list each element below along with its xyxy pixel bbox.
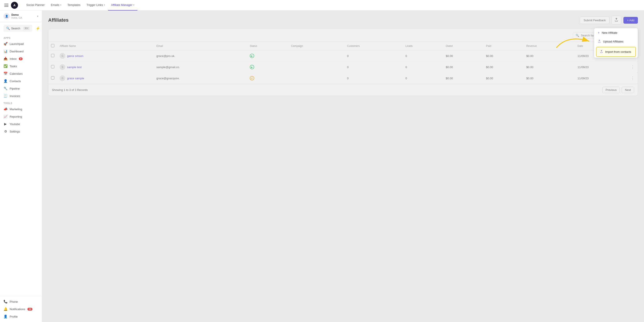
- sidebar-item-label: Phone: [10, 300, 18, 304]
- affiliate-paid: $0.00: [484, 62, 524, 73]
- nav-templates[interactable]: Templates: [64, 0, 84, 10]
- col-email: Email: [154, 42, 247, 50]
- affiliate-date: 11/09/23: [575, 62, 628, 73]
- affiliate-name[interactable]: Ggarce smson: [60, 53, 151, 59]
- header-actions: Submit Feedback + Add: [580, 16, 638, 24]
- affiliate-email: grace@pro.uk.: [154, 50, 247, 62]
- lightning-icon[interactable]: ⚡: [36, 26, 40, 30]
- phone-icon: 📞: [4, 300, 8, 304]
- contacts-icon: 👤: [4, 79, 8, 83]
- tasks-icon: ✅: [4, 64, 8, 68]
- next-button[interactable]: Next: [622, 87, 634, 93]
- sidebar-user[interactable]: 👤 Demo Irvine, CA ▾: [0, 10, 42, 22]
- notifications-badge: 10: [28, 308, 32, 310]
- row-checkbox[interactable]: [51, 54, 54, 57]
- sidebar-item-inbox[interactable]: 📥 Inbox 0: [0, 55, 42, 62]
- affiliate-name[interactable]: Ssample test: [60, 64, 151, 70]
- export-button[interactable]: [612, 16, 621, 24]
- top-navigation: A Social Planner Emails ▾ Templates Trig…: [0, 0, 644, 10]
- search-icon: 🔍: [576, 34, 579, 37]
- affiliate-email: grace@goacquire.: [154, 73, 247, 84]
- avatar: S: [60, 64, 65, 70]
- inbox-badge: 0: [19, 58, 23, 60]
- dropdown-item-new-affiliate[interactable]: + New Affiliate: [594, 28, 638, 37]
- sidebar-item-pipeline[interactable]: 🔧 Pipeline: [0, 85, 42, 92]
- sidebar-item-label: Contacts: [10, 80, 21, 83]
- sidebar-item-profile[interactable]: 👤 Profile: [0, 313, 42, 320]
- affiliate-customers: 0: [344, 73, 403, 84]
- chevron-down-icon: ▾: [104, 4, 105, 6]
- sidebar-item-label: Calendars: [10, 72, 22, 75]
- sidebar-item-contacts[interactable]: 👤 Contacts: [0, 77, 42, 85]
- sidebar-item-invoices[interactable]: 🧾 Invoices: [0, 92, 42, 100]
- row-checkbox[interactable]: [51, 76, 54, 80]
- add-button[interactable]: + Add: [624, 17, 638, 24]
- sidebar-item-label: Invoices: [10, 94, 20, 98]
- col-customers: Customers: [344, 42, 403, 50]
- sidebar-search-label: Search: [11, 27, 22, 30]
- col-affiliate-name: Affiliate Name: [57, 42, 154, 50]
- submit-feedback-button[interactable]: Submit Feedback: [580, 17, 610, 24]
- nav-affiliate-manager[interactable]: Affiliate Manager ▾: [108, 0, 138, 10]
- sidebar-item-tasks[interactable]: ✅ Tasks: [0, 62, 42, 70]
- sidebar-item-label: Marketing: [10, 108, 22, 111]
- sidebar-item-phone[interactable]: 📞 Phone: [0, 298, 42, 305]
- affiliate-owed: $0.00: [443, 73, 484, 84]
- affiliate-owed: $0.00: [443, 50, 484, 62]
- previous-button[interactable]: Previous: [602, 87, 620, 93]
- sidebar-item-label: Tasks: [10, 64, 17, 68]
- affiliate-owed: $0.00: [443, 62, 484, 73]
- records-count: Showing 1 to 3 of 3 Records: [52, 88, 88, 92]
- affiliate-leads: 0: [403, 50, 443, 62]
- row-checkbox[interactable]: [51, 65, 54, 68]
- sidebar-item-youtube[interactable]: ▶ Youtube: [0, 120, 42, 128]
- table-footer: Showing 1 to 3 of 3 Records Previous Nex…: [48, 84, 638, 96]
- page-header: Affiliates Submit Feedback + Add: [48, 16, 638, 24]
- affiliate-campaign: [288, 73, 344, 84]
- table-search-row: 🔍: [48, 29, 638, 42]
- affiliate-name[interactable]: Ggrace sample: [60, 75, 151, 81]
- col-revenue: Revenue: [524, 42, 575, 50]
- nav-items: Social Planner Emails ▾ Templates Trigge…: [23, 0, 138, 10]
- search-shortcut: ⌘K: [24, 27, 30, 30]
- nav-emails[interactable]: Emails ▾: [48, 0, 64, 10]
- hamburger-menu[interactable]: [4, 3, 9, 8]
- table-row: Ssample testsample@gmail.co.▶00$0.00$0.0…: [48, 62, 638, 73]
- col-status: Status: [247, 42, 288, 50]
- sidebar-item-notifications[interactable]: 🔔 Notifications 10: [0, 305, 42, 313]
- nav-social-planner[interactable]: Social Planner: [23, 0, 48, 10]
- pipeline-icon: 🔧: [4, 86, 8, 90]
- export-icon: [614, 18, 618, 22]
- sidebar-item-launchpad[interactable]: 🚀 Launchpad: [0, 40, 42, 48]
- notifications-icon: 🔔: [4, 307, 8, 311]
- select-all-checkbox[interactable]: [51, 44, 54, 47]
- col-paid: Paid: [484, 42, 524, 50]
- nav-trigger-links[interactable]: Trigger Links ▾: [84, 0, 108, 10]
- youtube-icon: ▶: [4, 122, 8, 126]
- launchpad-icon: 🚀: [4, 42, 8, 46]
- sidebar-search[interactable]: 🔍 Search ⌘K: [4, 25, 32, 32]
- sidebar-item-marketing[interactable]: 📣 Marketing: [0, 105, 42, 113]
- affiliate-campaign: [288, 62, 344, 73]
- status-active-icon: ▶: [250, 54, 254, 58]
- sidebar-item-calendars[interactable]: 📅 Calendars: [0, 70, 42, 77]
- reporting-icon: 📈: [4, 114, 8, 118]
- row-actions-button[interactable]: ⋮: [631, 65, 635, 69]
- profile-icon: 👤: [4, 314, 8, 318]
- search-icon: 🔍: [6, 26, 10, 30]
- sidebar-item-label: Profile: [10, 315, 18, 318]
- affiliate-leads: 0: [403, 62, 443, 73]
- sidebar-item-reporting[interactable]: 📈 Reporting: [0, 113, 42, 120]
- affiliates-table-card: 🔍 Affiliate Name Email Status Campaign C…: [48, 29, 638, 96]
- chevron-down-icon: ▾: [133, 4, 134, 6]
- sidebar-item-dashboard[interactable]: 📊 Dashboard: [0, 48, 42, 55]
- logo-area: A: [4, 2, 18, 9]
- sidebar-item-settings[interactable]: ⚙ Settings: [0, 128, 42, 135]
- apps-section-label: Apps: [0, 34, 42, 40]
- dropdown-item-upload-affiliates[interactable]: Upload Affiliates: [594, 37, 638, 46]
- row-actions-button[interactable]: ⋮: [631, 76, 635, 80]
- sidebar: 👤 Demo Irvine, CA ▾ 🔍 Search ⌘K ⚡ Apps 🚀…: [0, 10, 42, 322]
- dropdown-item-import-contacts[interactable]: Import from contacts: [596, 47, 636, 57]
- import-icon: [600, 50, 603, 54]
- table-row: Ggarce smsongrace@pro.uk.▶00$0.00$0.00$0…: [48, 50, 638, 62]
